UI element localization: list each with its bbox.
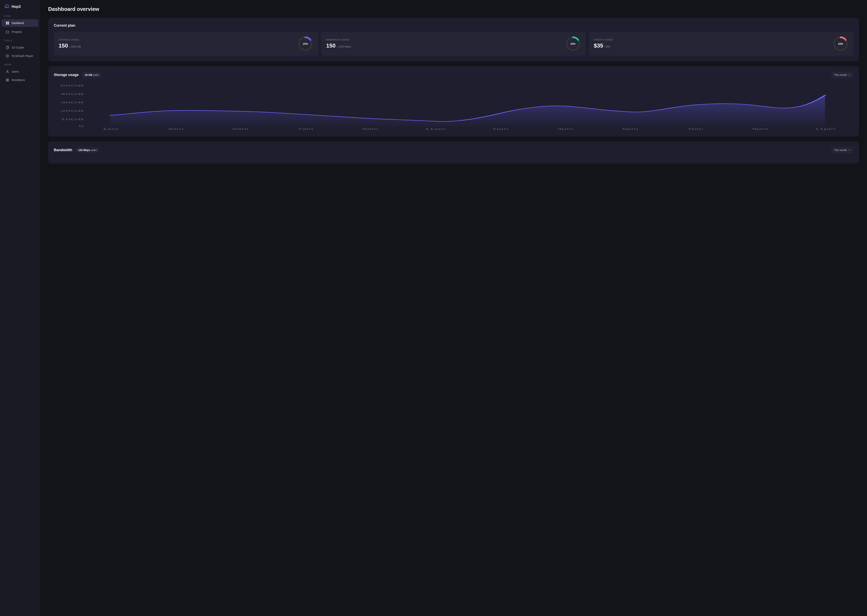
bandwidth-label: BANDWIDTH USAGE (326, 39, 351, 41)
main-content: Dashboard overview Current plan STORAGE … (40, 0, 867, 616)
app-name: Hop3 (12, 5, 20, 9)
svg-text:50GB: 50GB (60, 85, 84, 87)
credits-metric-card: CREDITS USAGE $35 / $50 15% (589, 32, 853, 56)
storage-badge: 18 GB used (82, 72, 101, 78)
sidebar-item-renditions-label: Renditions (12, 79, 25, 82)
plan-metrics: STORAGE USAGE 150 / 1000 GB 15% (54, 32, 853, 56)
svg-text:30GB: 30GB (60, 101, 84, 104)
sidebar-item-hlsplayer[interactable]: HLS/Dash Player (2, 52, 39, 60)
credits-value-row: $35 / $50 (594, 42, 613, 49)
svg-rect-0 (6, 47, 8, 49)
credits-total: / $50 (604, 45, 610, 48)
current-plan-card: Current plan STORAGE USAGE 150 / 1000 GB (48, 18, 859, 61)
sidebar-item-projects-label: Projects (12, 30, 22, 33)
svg-text:1am: 1am (102, 128, 118, 130)
bandwidth-badge-suffix: used (91, 149, 96, 152)
credits-percent: 15% (838, 42, 843, 45)
storage-chart-title-row: Storage usage 18 GB used (54, 72, 101, 78)
svg-rect-3 (6, 79, 9, 81)
svg-text:11am: 11am (425, 128, 446, 130)
storage-metric-card: STORAGE USAGE 150 / 1000 GB 15% (54, 32, 318, 56)
sidebar-item-projects[interactable]: Projects (2, 28, 39, 36)
svg-rect-4 (7, 79, 8, 80)
storage-value: 150 (58, 42, 68, 49)
bandwidth-badge: 120 Mbps used (76, 148, 99, 153)
user-icon (6, 70, 9, 73)
svg-text:40GB: 40GB (60, 93, 84, 95)
chevron-down-icon: ▼ (848, 74, 851, 76)
rendition-icon (6, 78, 9, 82)
bandwidth-badge-value: 120 Mbps (78, 149, 90, 152)
svg-text:9pm: 9pm (752, 128, 768, 130)
cloud-icon (4, 4, 9, 9)
sidebar-item-renditions[interactable]: Renditions (2, 76, 39, 84)
svg-text:20GB: 20GB (60, 110, 84, 112)
bandwidth-dropdown-label: This month (834, 149, 847, 152)
svg-text:5am: 5am (232, 128, 249, 130)
storage-chart-title: Storage usage (54, 73, 79, 77)
credits-metric-info: CREDITS USAGE $35 / $50 (594, 39, 613, 49)
svg-text:1pm: 1pm (492, 128, 508, 130)
bandwidth-dropdown[interactable]: This month ▼ (831, 147, 853, 153)
bandwidth-percent: 15% (571, 42, 575, 45)
svg-text:3pm: 3pm (557, 128, 574, 130)
storage-dropdown[interactable]: This month ▼ (831, 72, 853, 78)
bandwidth-donut: 15% (565, 36, 581, 52)
folder-icon (6, 30, 9, 34)
storage-metric-info: STORAGE USAGE 150 / 1000 GB (58, 39, 81, 49)
svg-text:7am: 7am (297, 128, 314, 130)
sidebar-section-admin: Admin (0, 63, 40, 68)
sidebar: Hop3 Home Dashbord Projects Tools (0, 0, 40, 616)
credits-donut: 15% (832, 36, 848, 52)
storage-label: STORAGE USAGE (58, 39, 81, 41)
svg-point-2 (7, 71, 8, 72)
sidebar-item-users-label: Users (12, 70, 19, 73)
credits-label: CREDITS USAGE (594, 39, 613, 41)
storage-dropdown-label: This month (834, 73, 847, 76)
grid-icon (6, 21, 9, 25)
storage-donut: 15% (297, 36, 313, 52)
bandwidth-chart-title-row: Bandwidth 120 Mbps used (54, 148, 99, 153)
sidebar-item-s3copier-label: S3 Copier (12, 46, 24, 49)
storage-chart-header: Storage usage 18 GB used This month ▼ (54, 72, 853, 78)
app-logo[interactable]: Hop3 (0, 4, 40, 14)
sidebar-item-users[interactable]: Users (2, 68, 39, 75)
storage-chart-area: 50GB 40GB 30GB 20GB 10GB 0 1am 3am 5am 7… (54, 83, 853, 131)
svg-text:11pm: 11pm (815, 128, 835, 130)
chevron-down-icon-2: ▼ (848, 149, 851, 151)
storage-total: / 1000 GB (69, 45, 81, 48)
storage-percent: 15% (303, 42, 308, 45)
bandwidth-chart-header: Bandwidth 120 Mbps used This month ▼ (54, 147, 853, 153)
bandwidth-metric-info: BANDWIDTH USAGE 150 / 1000 Mbps (326, 39, 351, 49)
svg-rect-5 (8, 79, 8, 80)
bandwidth-total: / 1000 Mbps (337, 45, 351, 48)
bandwidth-metric-card: BANDWIDTH USAGE 150 / 1000 Mbps 15% (321, 32, 586, 56)
sidebar-item-hlsplayer-label: HLS/Dash Player (12, 54, 33, 58)
svg-rect-6 (7, 80, 8, 81)
bandwidth-value: 150 (326, 42, 336, 49)
svg-text:9am: 9am (362, 128, 378, 130)
page-title: Dashboard overview (48, 6, 859, 12)
svg-text:5pm: 5pm (622, 128, 638, 130)
sidebar-item-dashboard[interactable]: Dashbord (2, 19, 39, 27)
svg-rect-7 (8, 80, 8, 81)
play-icon (6, 54, 9, 58)
bandwidth-chart-card: Bandwidth 120 Mbps used This month ▼ (48, 141, 859, 163)
bandwidth-chart-title: Bandwidth (54, 148, 72, 152)
sidebar-item-dashboard-label: Dashbord (12, 22, 24, 25)
credits-value: $35 (594, 42, 603, 49)
svg-text:0: 0 (79, 125, 84, 127)
sidebar-item-s3copier[interactable]: S3 Copier (2, 44, 39, 51)
svg-text:7pm: 7pm (687, 128, 703, 130)
current-plan-title: Current plan (54, 24, 853, 28)
storage-chart-card: Storage usage 18 GB used This month ▼ (48, 66, 859, 137)
storage-value-row: 150 / 1000 GB (58, 42, 81, 49)
storage-badge-value: 18 GB (85, 73, 92, 76)
svg-text:3am: 3am (167, 128, 184, 130)
bandwidth-value-row: 150 / 1000 Mbps (326, 42, 351, 49)
svg-text:10GB: 10GB (60, 118, 84, 121)
sidebar-section-tools: Tools (0, 39, 40, 43)
storage-badge-suffix: used (93, 73, 99, 76)
copy-icon (6, 46, 9, 49)
sidebar-section-home: Home (0, 15, 40, 19)
